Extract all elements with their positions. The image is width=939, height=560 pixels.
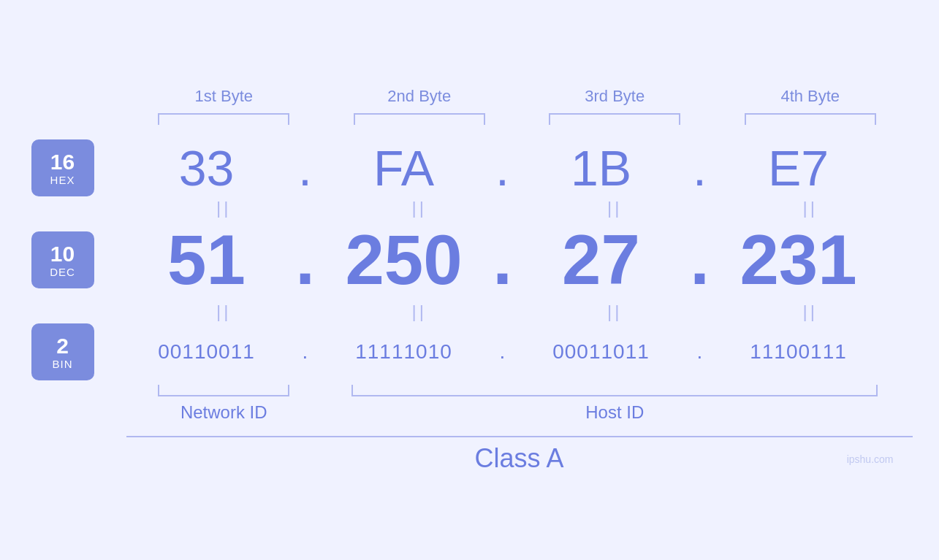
equals-2-4: || [712, 302, 908, 322]
hex-dot-2: . [484, 139, 521, 196]
bracket-cell-1 [126, 113, 322, 125]
byte-labels-row: 1st Byte 2nd Byte 3rd Byte 4th Byte [126, 87, 908, 106]
bin-value-2: 11111010 [324, 340, 484, 364]
network-bracket [158, 385, 289, 396]
hex-value-2: FA [324, 139, 484, 196]
equals-2-3: || [517, 302, 713, 322]
equals-2-2: || [322, 302, 517, 322]
host-id-section: Host ID [322, 385, 908, 423]
hex-badge: 16 HEX [31, 139, 94, 196]
network-id-label: Network ID [180, 402, 267, 423]
hex-value-4: E7 [718, 139, 879, 196]
top-bracket-3 [549, 113, 680, 125]
dec-base-label: DEC [50, 266, 75, 278]
hex-value-3: 1B [521, 139, 682, 196]
hex-row: 16 HEX 33 . FA . 1B . E7 [31, 139, 908, 196]
equals-2-1: || [126, 302, 322, 322]
equals-1-2: || [322, 198, 517, 218]
hex-dot-1: . [287, 139, 324, 196]
dec-value-4: 231 [718, 220, 879, 300]
class-row: Class A [126, 436, 908, 474]
host-id-label: Host ID [585, 402, 644, 423]
equals-1-1: || [126, 198, 322, 218]
hex-base-num: 16 [50, 150, 75, 174]
main-container: 1st Byte 2nd Byte 3rd Byte 4th Byte 16 H… [31, 87, 908, 474]
dec-dot-1: . [287, 220, 324, 300]
byte-label-2: 2nd Byte [322, 87, 517, 106]
bin-value-3: 00011011 [521, 340, 682, 364]
dec-value-3: 27 [521, 220, 682, 300]
top-bracket-2 [354, 113, 485, 125]
dec-value-2: 250 [324, 220, 484, 300]
bin-row: 2 BIN 00110011 . 11111010 . 00011011 . 1… [31, 323, 908, 380]
bottom-bracket-row: Network ID Host ID [126, 385, 908, 423]
bracket-cell-4 [712, 113, 908, 125]
dec-dot-2: . [484, 220, 521, 300]
bin-dot-2: . [484, 340, 521, 364]
class-label: Class A [126, 443, 913, 474]
equals-row-1: || || || || [126, 196, 908, 220]
host-bracket [351, 385, 878, 396]
class-bracket-line [126, 436, 913, 437]
network-id-section: Network ID [126, 385, 322, 423]
bracket-cell-2 [322, 113, 517, 125]
top-bracket-4 [745, 113, 876, 125]
bracket-cell-3 [517, 113, 713, 125]
byte-label-1: 1st Byte [126, 87, 322, 106]
dec-dot-3: . [682, 220, 718, 300]
equals-row-2: || || || || [126, 300, 908, 323]
equals-1-4: || [712, 198, 908, 218]
hex-dot-3: . [682, 139, 718, 196]
bin-dot-1: . [287, 340, 324, 364]
hex-value-1: 33 [126, 139, 287, 196]
bin-dot-3: . [682, 340, 718, 364]
top-bracket-1 [158, 113, 289, 125]
dec-value-1: 51 [126, 220, 287, 300]
hex-base-label: HEX [50, 174, 75, 186]
bin-badge: 2 BIN [31, 323, 94, 380]
dec-base-num: 10 [50, 242, 75, 266]
bin-base-num: 2 [56, 334, 69, 358]
bin-value-1: 00110011 [126, 340, 287, 364]
dec-badge: 10 DEC [31, 231, 94, 288]
top-bracket-row [126, 113, 908, 125]
equals-1-3: || [517, 198, 713, 218]
byte-label-3: 3rd Byte [517, 87, 713, 106]
dec-row: 10 DEC 51 . 250 . 27 . 231 [31, 220, 908, 300]
byte-label-4: 4th Byte [712, 87, 908, 106]
bin-value-4: 11100111 [718, 340, 879, 364]
bin-base-label: BIN [52, 358, 72, 370]
watermark: ipshu.com [847, 453, 894, 465]
